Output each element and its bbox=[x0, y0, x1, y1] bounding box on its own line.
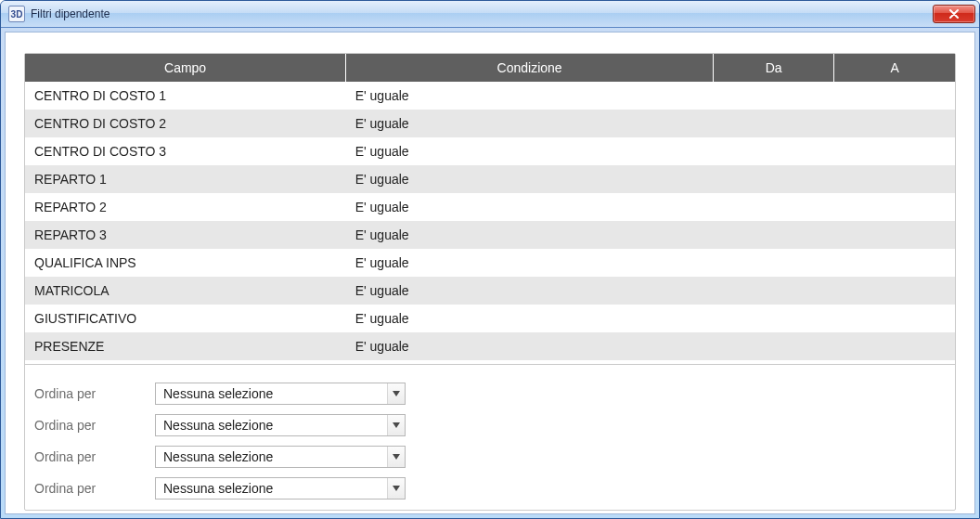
close-icon bbox=[949, 7, 959, 21]
sort-select[interactable]: Nessuna selezione bbox=[155, 414, 406, 436]
cell-condizione[interactable]: E' uguale bbox=[346, 277, 714, 305]
col-header-campo[interactable]: Campo bbox=[25, 54, 346, 82]
filters-table: Campo Condizione Da A CENTRO DI COSTO 1E… bbox=[25, 54, 955, 360]
chevron-down-icon[interactable] bbox=[387, 383, 405, 404]
window-frame: 3D Filtri dipendente Campo bbox=[0, 0, 980, 519]
col-header-condizione[interactable]: Condizione bbox=[346, 54, 714, 82]
cell-a[interactable] bbox=[834, 82, 955, 110]
cell-condizione[interactable]: E' uguale bbox=[346, 305, 714, 332]
chevron-down-icon[interactable] bbox=[387, 415, 405, 435]
sort-label: Ordina per bbox=[34, 449, 155, 464]
cell-campo[interactable]: PRESENZE bbox=[25, 332, 346, 360]
sort-select-value: Nessuna selezione bbox=[156, 386, 387, 401]
sort-label: Ordina per bbox=[34, 418, 155, 433]
cell-a[interactable] bbox=[834, 249, 955, 277]
cell-a[interactable] bbox=[834, 305, 955, 332]
sort-row: Ordina perNessuna selezione bbox=[34, 409, 946, 441]
cell-condizione[interactable]: E' uguale bbox=[346, 221, 714, 249]
cell-condizione[interactable]: E' uguale bbox=[346, 82, 714, 110]
col-header-a[interactable]: A bbox=[834, 54, 955, 82]
sort-label: Ordina per bbox=[34, 386, 155, 401]
app-icon: 3D bbox=[8, 6, 25, 22]
cell-a[interactable] bbox=[834, 110, 955, 137]
table-header-row: Campo Condizione Da A bbox=[25, 54, 955, 82]
table-row[interactable]: PRESENZEE' uguale bbox=[25, 332, 955, 360]
filters-panel: Campo Condizione Da A CENTRO DI COSTO 1E… bbox=[24, 53, 956, 511]
cell-campo[interactable]: REPARTO 2 bbox=[25, 193, 346, 221]
table-row[interactable]: REPARTO 2E' uguale bbox=[25, 193, 955, 221]
cell-a[interactable] bbox=[834, 137, 955, 165]
sort-select[interactable]: Nessuna selezione bbox=[155, 446, 406, 468]
table-row[interactable]: REPARTO 1E' uguale bbox=[25, 165, 955, 193]
cell-a[interactable] bbox=[834, 193, 955, 221]
sort-label: Ordina per bbox=[34, 481, 155, 496]
cell-da[interactable] bbox=[713, 193, 833, 221]
cell-da[interactable] bbox=[713, 165, 833, 193]
cell-a[interactable] bbox=[834, 277, 955, 305]
chevron-down-icon[interactable] bbox=[387, 447, 405, 467]
cell-da[interactable] bbox=[713, 110, 833, 137]
table-row[interactable]: QUALIFICA INPSE' uguale bbox=[25, 249, 955, 277]
cell-da[interactable] bbox=[713, 221, 833, 249]
cell-a[interactable] bbox=[834, 221, 955, 249]
cell-campo[interactable]: CENTRO DI COSTO 2 bbox=[25, 110, 346, 137]
table-row[interactable]: GIUSTIFICATIVOE' uguale bbox=[25, 305, 955, 332]
cell-campo[interactable]: GIUSTIFICATIVO bbox=[25, 305, 346, 332]
table-row[interactable]: CENTRO DI COSTO 3E' uguale bbox=[25, 137, 955, 165]
panel-separator bbox=[25, 364, 955, 378]
cell-campo[interactable]: CENTRO DI COSTO 3 bbox=[25, 137, 346, 165]
cell-condizione[interactable]: E' uguale bbox=[346, 193, 714, 221]
sort-row: Ordina perNessuna selezione bbox=[34, 378, 946, 409]
table-row[interactable]: REPARTO 3E' uguale bbox=[25, 221, 955, 249]
table-row[interactable]: CENTRO DI COSTO 2E' uguale bbox=[25, 110, 955, 137]
client-area: Campo Condizione Da A CENTRO DI COSTO 1E… bbox=[5, 32, 975, 514]
cell-da[interactable] bbox=[713, 137, 833, 165]
close-button[interactable] bbox=[933, 5, 975, 23]
titlebar[interactable]: 3D Filtri dipendente bbox=[1, 1, 979, 28]
cell-condizione[interactable]: E' uguale bbox=[346, 165, 714, 193]
sort-select-value: Nessuna selezione bbox=[156, 449, 387, 464]
sort-row: Ordina perNessuna selezione bbox=[34, 441, 946, 473]
cell-a[interactable] bbox=[834, 165, 955, 193]
cell-campo[interactable]: CENTRO DI COSTO 1 bbox=[25, 82, 346, 110]
cell-campo[interactable]: REPARTO 1 bbox=[25, 165, 346, 193]
cell-condizione[interactable]: E' uguale bbox=[346, 110, 714, 137]
cell-da[interactable] bbox=[713, 249, 833, 277]
cell-campo[interactable]: QUALIFICA INPS bbox=[25, 249, 346, 277]
cell-da[interactable] bbox=[713, 332, 833, 360]
cell-condizione[interactable]: E' uguale bbox=[346, 249, 714, 277]
cell-campo[interactable]: MATRICOLA bbox=[25, 277, 346, 305]
cell-da[interactable] bbox=[713, 82, 833, 110]
window-title: Filtri dipendente bbox=[31, 7, 933, 20]
table-row[interactable]: CENTRO DI COSTO 1E' uguale bbox=[25, 82, 955, 110]
cell-da[interactable] bbox=[713, 277, 833, 305]
sort-select[interactable]: Nessuna selezione bbox=[155, 477, 406, 500]
cell-campo[interactable]: REPARTO 3 bbox=[25, 221, 346, 249]
sort-area: Ordina perNessuna selezioneOrdina perNes… bbox=[25, 378, 955, 510]
cell-condizione[interactable]: E' uguale bbox=[346, 332, 714, 360]
cell-condizione[interactable]: E' uguale bbox=[346, 137, 714, 165]
sort-row: Ordina perNessuna selezione bbox=[34, 473, 946, 504]
col-header-da[interactable]: Da bbox=[713, 54, 833, 82]
sort-select[interactable]: Nessuna selezione bbox=[155, 383, 406, 405]
sort-select-value: Nessuna selezione bbox=[156, 481, 387, 496]
sort-select-value: Nessuna selezione bbox=[156, 418, 387, 433]
table-row[interactable]: MATRICOLAE' uguale bbox=[25, 277, 955, 305]
chevron-down-icon[interactable] bbox=[387, 478, 405, 499]
cell-da[interactable] bbox=[713, 305, 833, 332]
cell-a[interactable] bbox=[834, 332, 955, 360]
